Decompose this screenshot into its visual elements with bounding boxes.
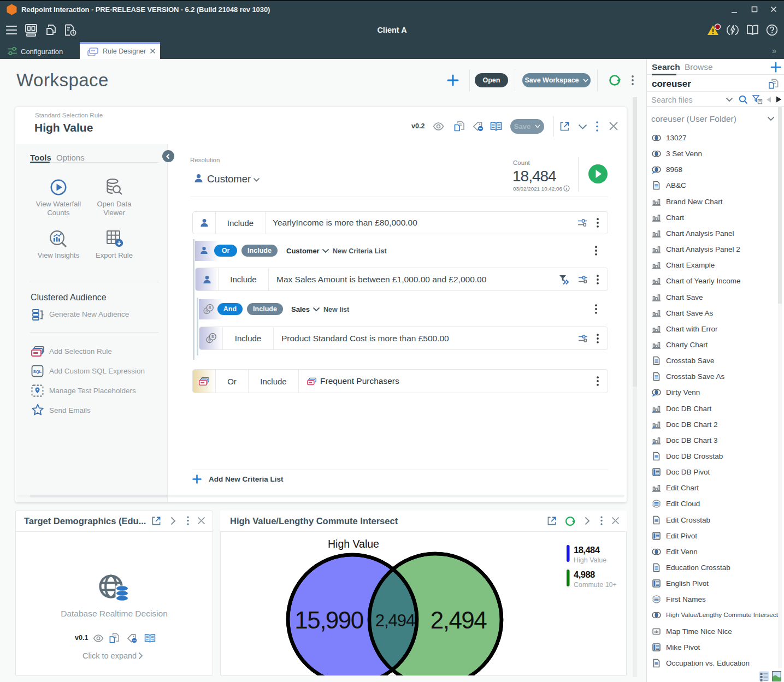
svg-text:18,484: 18,484 — [574, 545, 600, 555]
svg-text:$: $ — [205, 309, 208, 313]
svg-text:2,494: 2,494 — [431, 607, 487, 633]
svg-text:SQL: SQL — [33, 369, 42, 374]
svg-text:S: S — [209, 305, 211, 310]
svg-text:S: S — [211, 334, 214, 339]
svg-text:2,494: 2,494 — [375, 611, 415, 630]
svg-text:15,990: 15,990 — [294, 607, 363, 633]
svg-text:Commute 10+: Commute 10+ — [574, 581, 617, 589]
svg-text:4,988: 4,988 — [574, 570, 595, 579]
svg-text:$: $ — [208, 337, 210, 342]
svg-text:High Value: High Value — [328, 538, 379, 550]
svg-text:High Value: High Value — [574, 556, 606, 564]
